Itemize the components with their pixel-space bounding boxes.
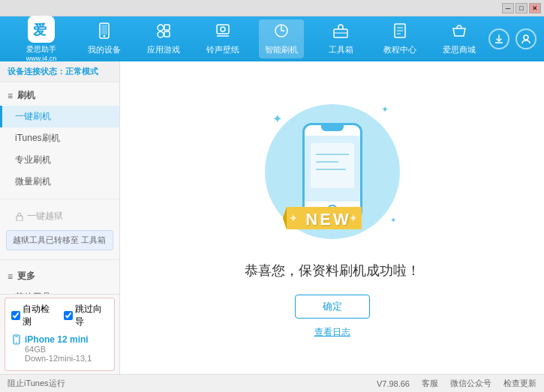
sidebar-section-jailbreak: 一键越狱 越狱工具已转移至 工具箱: [0, 202, 119, 256]
nav-item-ringtones[interactable]: 铃声壁纸: [200, 19, 245, 58]
main-area: 设备连接状态：正常模式 ≡ 刷机 一键刷机 iTunes刷机 专业刷机 微量刷机: [0, 61, 544, 374]
checkbox-skip-wizard[interactable]: 跳过向导: [64, 303, 109, 328]
nav-label-ringtones: 铃声壁纸: [206, 44, 239, 55]
confirm-button[interactable]: 确定: [295, 295, 370, 319]
device-icon: [11, 334, 22, 345]
toolbox-icon: [332, 22, 349, 43]
svg-rect-7: [164, 31, 170, 37]
service-link[interactable]: 客服: [422, 378, 438, 389]
sidebar-scroll: ≡ 刷机 一键刷机 iTunes刷机 专业刷机 微量刷机 一键越狱: [0, 82, 119, 294]
phone-icon: [96, 22, 113, 43]
nav-item-mall[interactable]: 爱思商城: [437, 19, 482, 58]
sidebar-item-itunes-flash[interactable]: iTunes刷机: [0, 127, 119, 149]
svg-point-5: [158, 25, 164, 31]
section-label-more: 更多: [17, 270, 35, 283]
sidebar-item-other-tools[interactable]: 其他工具: [0, 286, 119, 294]
close-btn[interactable]: ✕: [529, 3, 541, 13]
stop-itunes-button[interactable]: 阻止iTunes运行: [8, 378, 65, 389]
sidebar-wrapper: 设备连接状态：正常模式 ≡ 刷机 一键刷机 iTunes刷机 专业刷机 微量刷机: [0, 61, 120, 374]
jailbreak-label: 一键越狱: [27, 210, 63, 223]
svg-rect-3: [101, 25, 107, 34]
new-ribbon-text: NEW: [305, 210, 350, 229]
nav-item-my-device[interactable]: 我的设备: [82, 19, 127, 58]
nav-item-tutorials[interactable]: 教程中心: [377, 19, 422, 58]
bottom-left: 阻止iTunes运行: [8, 378, 65, 389]
check-update-link[interactable]: 检查更新: [503, 378, 536, 389]
logo-text: 爱思助手 www.i4.cn: [26, 44, 57, 62]
sidebar-section-flash: ≡ 刷机 一键刷机 iTunes刷机 专业刷机 微量刷机: [0, 82, 119, 196]
phone-illustration: ✦ ✦ ✦: [257, 97, 407, 247]
status-label: 设备连接状态：: [8, 67, 65, 76]
status-value: 正常模式: [65, 67, 98, 76]
mall-icon: [451, 22, 467, 43]
section-header-flash: ≡ 刷机: [0, 85, 119, 106]
auto-detect-input[interactable]: [11, 311, 20, 320]
wechat-link[interactable]: 微信公众号: [450, 378, 491, 389]
device-name: iPhone 12 mini: [25, 334, 89, 345]
nav-item-toolbox[interactable]: 工具箱: [318, 19, 363, 58]
sidebar-item-one-click-flash[interactable]: 一键刷机: [0, 106, 119, 127]
skip-wizard-label: 跳过向导: [75, 303, 109, 328]
svg-rect-9: [217, 25, 229, 34]
sidebar-item-pro-flash[interactable]: 专业刷机: [0, 149, 119, 171]
sidebar-section-more: ≡ 更多 其他工具 下载固件 高级功能: [0, 263, 119, 294]
flash-icon: [273, 22, 290, 43]
nav-right: [488, 28, 536, 49]
book-icon: [392, 22, 408, 43]
nav-items: 我的设备 应用游戏 铃声壁纸: [75, 19, 488, 58]
logo-icon: 爱: [28, 16, 55, 43]
section-icon-more: ≡: [8, 271, 13, 282]
svg-rect-25: [311, 143, 354, 188]
svg-marker-30: [283, 207, 287, 229]
nav-label-tutorials: 教程中心: [383, 44, 416, 55]
device-storage: 64GB: [25, 345, 108, 354]
success-message: 恭喜您，保资料刷机成功啦！: [245, 262, 420, 280]
version-text: V7.98.66: [377, 379, 410, 388]
svg-text:✦: ✦: [289, 212, 298, 224]
divider-2: [0, 259, 119, 260]
svg-point-24: [16, 342, 17, 343]
bottom-right: V7.98.66 客服 微信公众号 检查更新: [377, 378, 536, 389]
nav-label-apps-games: 应用游戏: [147, 44, 180, 55]
user-btn[interactable]: [515, 28, 536, 49]
logo-area: 爱 爱思助手 www.i4.cn: [8, 16, 75, 62]
sparkle-top-left: ✦: [272, 112, 282, 126]
skip-wizard-input[interactable]: [64, 311, 73, 320]
svg-rect-6: [164, 25, 170, 30]
nav-label-my-device: 我的设备: [88, 44, 121, 55]
checkbox-row: 自动检测 跳过向导: [11, 303, 108, 328]
apps-icon: [155, 22, 172, 43]
svg-text:爱: 爱: [33, 22, 47, 37]
nav-label-smart-flash: 智能刷机: [265, 44, 298, 55]
sidebar-footer: 自动检测 跳过向导 iPhone 12 mini: [0, 294, 119, 374]
jailbreak-info-text: 越狱工具已转移至 工具箱: [13, 235, 106, 244]
title-bar: ─ □ ✕: [0, 0, 544, 16]
divider-1: [0, 199, 119, 199]
phone-screen: [305, 136, 360, 202]
sidebar-locked-jailbreak: 一键越狱: [0, 205, 119, 227]
device-block: iPhone 12 mini 64GB Down-12mini-13,1: [11, 331, 108, 366]
maximize-btn[interactable]: □: [515, 3, 527, 13]
nav-label-toolbox: 工具箱: [329, 44, 353, 55]
checkbox-auto-detect[interactable]: 自动检测: [11, 303, 56, 328]
new-badge: ✦ ✦ NEW: [283, 199, 365, 239]
download-btn[interactable]: [488, 28, 509, 49]
section-icon-flash: ≡: [8, 91, 13, 101]
minimize-btn[interactable]: ─: [502, 3, 514, 13]
nav-label-mall: 爱思商城: [443, 44, 476, 55]
goto-log-link[interactable]: 查看日志: [314, 326, 350, 339]
logo-name: 爱思助手: [26, 44, 57, 55]
device-version: Down-12mini-13,1: [25, 354, 108, 363]
nav-item-smart-flash[interactable]: 智能刷机: [259, 19, 304, 58]
jailbreak-info-box: 越狱工具已转移至 工具箱: [6, 230, 113, 250]
status-bar: 设备连接状态：正常模式: [0, 61, 119, 82]
music-icon: [215, 22, 231, 43]
phone-notch: [321, 125, 344, 131]
bottom-bar: 阻止iTunes运行 V7.98.66 客服 微信公众号 检查更新: [0, 374, 544, 392]
sidebar-item-micro-flash[interactable]: 微量刷机: [0, 171, 119, 193]
sparkle-top-right: ✦: [381, 104, 389, 115]
sparkle-bottom-right: ✦: [390, 216, 396, 224]
top-nav: 爱 爱思助手 www.i4.cn 我的设备: [0, 16, 544, 61]
nav-item-apps-games[interactable]: 应用游戏: [141, 19, 186, 58]
content-area: ✦ ✦ ✦: [120, 61, 544, 374]
